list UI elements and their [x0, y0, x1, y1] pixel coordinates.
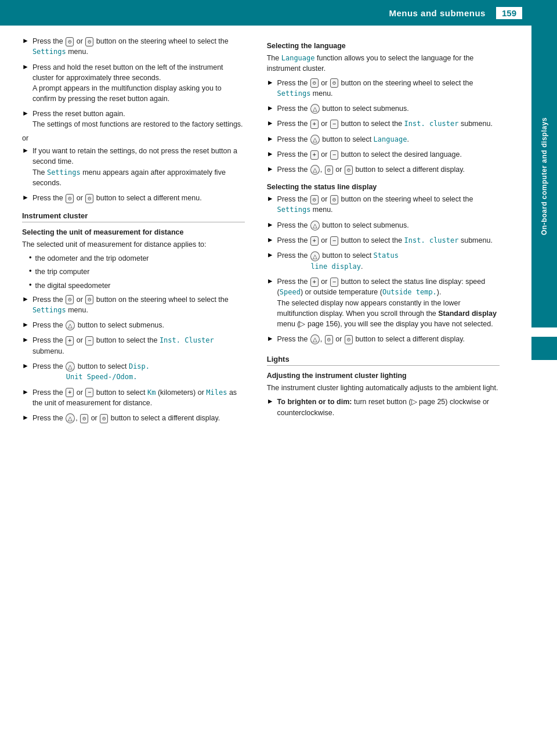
list-item: ► Press the + or − button to select the …	[267, 235, 500, 246]
bullet-arrow-icon: ►	[22, 388, 29, 396]
body-lights: The instrument cluster lighting automati…	[267, 383, 500, 393]
button-icon: +	[310, 236, 319, 246]
bullet-arrow-icon: ►	[22, 37, 29, 45]
code-km: Km	[147, 388, 155, 397]
bullet-dot-icon: •	[29, 267, 32, 275]
bullet-arrow-icon: ►	[267, 104, 274, 112]
bullet-arrow-icon: ►	[22, 63, 29, 71]
bullet-text: Press the + or − button to select the In…	[32, 335, 245, 357]
header-title: Menus and submenus	[389, 8, 486, 18]
button-icon: ⊝	[66, 295, 74, 304]
button-icon: +	[310, 278, 319, 287]
bullet-arrow-icon: ►	[22, 321, 29, 329]
bullet-arrow-icon: ►	[267, 195, 274, 203]
button-icon: ⊝	[325, 165, 333, 175]
section-lights: Lights	[267, 355, 500, 366]
bullet-text: Press the △ button to select submenus.	[277, 103, 409, 114]
button-icon: ⊝	[85, 295, 93, 304]
side-tab-marker	[531, 337, 557, 360]
list-item: • the trip computer	[22, 267, 245, 277]
button-icon: ⊝	[330, 195, 338, 204]
right-column: Selecting the language The Language func…	[261, 36, 500, 428]
bullet-arrow-icon: ►	[267, 221, 274, 229]
bold-brighten-dim: To brighten or to dim:	[277, 398, 352, 406]
left-column: ► Press the ⊝ or ⊝ button on the steerin…	[22, 36, 261, 428]
bullet-text: Press the reset button again. The settin…	[32, 109, 243, 129]
main-content: ► Press the ⊝ or ⊝ button on the steerin…	[0, 26, 531, 438]
code-speed: Speed	[280, 288, 301, 296]
button-icon: +	[66, 388, 74, 397]
code-disp: Disp. Unit Speed-/Odom.	[32, 362, 150, 381]
button-icon: ⊝	[345, 335, 353, 344]
sub-heading-lights: Adjusting the instrument cluster lightin…	[267, 372, 500, 380]
list-item: ► Press the + or − button to select the …	[267, 149, 500, 160]
bullet-text: Press the △ button to select Language.	[277, 134, 409, 145]
bullet-arrow-icon: ►	[267, 135, 274, 143]
code-settings: Settings	[277, 206, 311, 214]
list-item: ► Press the △ button to select submenus.	[22, 320, 245, 330]
bullet-arrow-icon: ►	[267, 251, 274, 259]
bullet-text: Press the ⊝ or ⊝ button on the steering …	[32, 294, 245, 316]
list-item: ► Press the ⊝ or ⊝ button on the steerin…	[267, 78, 500, 99]
body-language: The Language function allows you to sele…	[267, 53, 500, 74]
list-item: ► Press the reset button again. The sett…	[22, 109, 245, 129]
body-unit: The selected unit of measurement for dis…	[22, 239, 245, 250]
list-item: ► Press the ⊝ or ⊝ button on the steerin…	[267, 194, 500, 215]
bullet-arrow-icon: ►	[22, 295, 29, 303]
button-icon: +	[66, 336, 74, 345]
bullet-text: Press the △, ⊝ or ⊝ button to select a d…	[277, 164, 465, 175]
button-icon: ⊝	[85, 37, 93, 46]
button-icon: ⊝	[325, 335, 333, 344]
bullet-text: Press the + or − button to select the In…	[277, 118, 493, 129]
button-icon: △	[310, 104, 320, 114]
list-item: ► Press the ⊝ or ⊝ button to select a di…	[22, 193, 245, 203]
code-inst-cluster: Inst. cluster	[404, 236, 459, 244]
code-miles: Miles	[206, 388, 227, 397]
button-icon: △	[310, 135, 320, 145]
bullet-text: Press and hold the reset button on the l…	[32, 62, 245, 105]
bullet-arrow-icon: ►	[22, 336, 29, 344]
button-icon: −	[330, 120, 338, 129]
bullet-arrow-icon: ►	[267, 397, 274, 405]
sub-heading-status: Selecting the status line display	[267, 183, 500, 191]
list-item: ► Press the △ button to select Language.	[267, 134, 500, 145]
button-icon: −	[85, 388, 93, 397]
button-icon: △	[310, 221, 320, 231]
list-item: ► Press the △, ⊝ or ⊝ button to select a…	[267, 164, 500, 175]
bullet-arrow-icon: ►	[267, 78, 274, 87]
bullet-arrow-icon: ►	[267, 165, 274, 173]
list-item: ► To brighten or to dim: turn reset butt…	[267, 397, 500, 417]
sub-heading-unit: Selecting the unit of measurement for di…	[22, 228, 245, 236]
button-icon: ⊝	[330, 78, 338, 88]
button-icon: +	[310, 150, 319, 160]
bullet-text: the digital speedometer	[35, 280, 111, 291]
bullet-dot-icon: •	[29, 280, 32, 289]
bullet-text: Press the ⊝ or ⊝ button to select a diff…	[32, 193, 202, 203]
side-tab: On-board computer and displays	[531, 26, 557, 327]
button-icon: ⊝	[80, 414, 88, 423]
code-outside-temp: Outside temp.	[382, 288, 437, 296]
list-item: ► Press the + or − button to select Km (…	[22, 387, 245, 409]
bullet-text: Press the △ button to select submenus.	[277, 220, 409, 231]
list-item: • the digital speedometer	[22, 280, 245, 291]
header-bar: Menus and submenus 159	[0, 0, 557, 26]
bullet-text: Press the + or − button to select the st…	[277, 276, 500, 329]
bullet-arrow-icon: ►	[22, 362, 29, 370]
button-icon: ⊝	[66, 37, 74, 46]
bullet-arrow-icon: ►	[267, 236, 274, 244]
button-icon: ⊝	[310, 78, 319, 88]
button-icon: ⊝	[66, 194, 74, 203]
code-inst-cluster: Inst. Cluster	[160, 336, 214, 344]
list-item: ► Press the △ button to select Status li…	[267, 250, 500, 272]
list-item: ► Press the + or − button to select the …	[22, 335, 245, 357]
button-icon: ⊝	[310, 195, 319, 204]
button-icon: −	[85, 336, 93, 345]
bullet-text: Press the + or − button to select the de…	[277, 149, 462, 160]
button-icon: ⊝	[100, 414, 108, 423]
list-item: ► Press the △, ⊝ or ⊝ button to select a…	[22, 413, 245, 423]
bullet-text: Press the △ button to select Status line…	[277, 250, 399, 272]
button-icon: +	[310, 120, 319, 129]
bullet-text: Press the ⊝ or ⊝ button on the steering …	[277, 78, 500, 99]
list-item: ► Press the ⊝ or ⊝ button on the steerin…	[22, 294, 245, 316]
bullet-arrow-icon: ►	[22, 109, 29, 117]
